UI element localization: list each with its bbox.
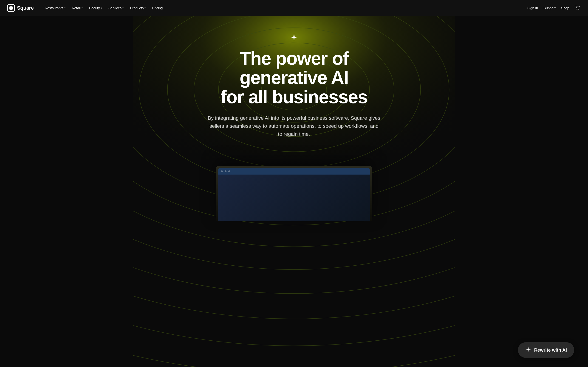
cart-icon[interactable]: [575, 5, 581, 11]
logo[interactable]: Square: [7, 4, 34, 12]
dot-1: [221, 170, 223, 172]
nav-item-pricing[interactable]: Pricing: [149, 4, 165, 12]
nav-label-products: Products: [130, 6, 144, 10]
navbar: Square Restaurants ▾ Retail ▾ Beauty ▾ S…: [0, 0, 588, 16]
hero-device-area: [0, 157, 588, 221]
hero-section: The power of generative AI for all busin…: [0, 0, 588, 367]
rewrite-with-ai-button[interactable]: Rewrite with AI: [518, 342, 574, 358]
nav-right: Sign In Support Shop: [527, 5, 581, 11]
device-ui-bar: [218, 168, 370, 175]
nav-label-restaurants: Restaurants: [45, 6, 63, 10]
nav-label-pricing: Pricing: [152, 6, 163, 10]
rewrite-sparkle-icon: [525, 346, 531, 354]
hero-subtitle: By integrating generative AI into its po…: [207, 114, 381, 138]
nav-links: Restaurants ▾ Retail ▾ Beauty ▾ Services…: [42, 4, 166, 12]
nav-label-beauty: Beauty: [89, 6, 100, 10]
nav-item-services[interactable]: Services ▾: [106, 4, 127, 12]
svg-point-1: [579, 9, 579, 10]
hero-title: The power of generative AI for all busin…: [196, 49, 392, 107]
hero-content: The power of generative AI for all busin…: [191, 32, 397, 152]
shop-link[interactable]: Shop: [561, 6, 569, 10]
device-screen: [218, 168, 370, 221]
chevron-down-icon: ▾: [101, 7, 102, 9]
nav-left: Square Restaurants ▾ Retail ▾ Beauty ▾ S…: [7, 4, 527, 12]
device-mockup: [216, 166, 372, 221]
nav-item-retail[interactable]: Retail ▾: [69, 4, 86, 12]
nav-item-products[interactable]: Products ▾: [127, 4, 148, 12]
sign-in-link[interactable]: Sign In: [527, 6, 538, 10]
sparkle-icon: [196, 32, 392, 44]
hero-title-line1: The power of generative AI: [240, 48, 348, 88]
chevron-down-icon: ▾: [122, 7, 124, 9]
logo-box-inner: [9, 6, 13, 10]
nav-label-retail: Retail: [72, 6, 81, 10]
nav-item-restaurants[interactable]: Restaurants ▾: [42, 4, 68, 12]
rewrite-btn-label: Rewrite with AI: [534, 348, 567, 353]
dot-2: [225, 170, 226, 172]
nav-item-beauty[interactable]: Beauty ▾: [86, 4, 105, 12]
logo-box: [7, 4, 15, 12]
hero-title-line2: for all businesses: [221, 87, 367, 107]
chevron-down-icon: ▾: [82, 7, 83, 9]
dot-3: [228, 170, 230, 172]
chevron-down-icon: ▾: [64, 7, 65, 9]
nav-label-services: Services: [108, 6, 122, 10]
svg-point-0: [577, 9, 578, 10]
chevron-down-icon: ▾: [145, 7, 146, 9]
support-link[interactable]: Support: [544, 6, 556, 10]
brand-name: Square: [17, 5, 34, 11]
